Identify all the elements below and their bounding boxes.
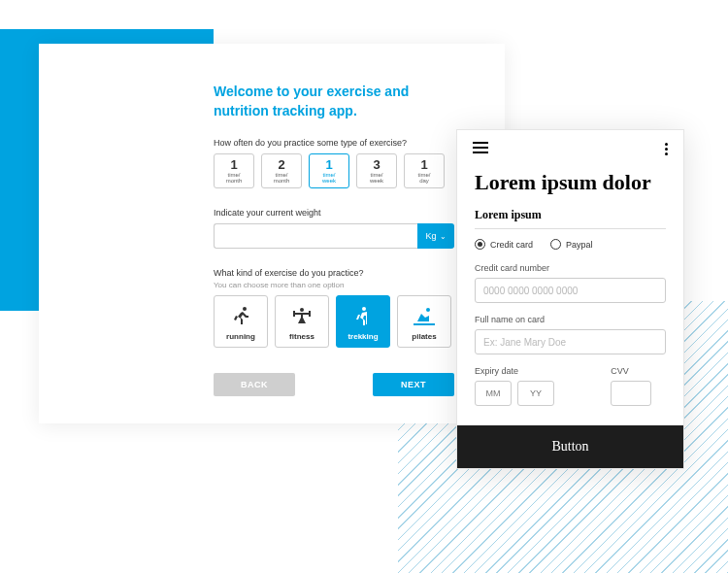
exercise-pilates[interactable]: pilates — [397, 295, 451, 348]
question-exercise-sub: You can choose more than one option — [214, 281, 454, 289]
option-paypal[interactable]: Paypal — [550, 239, 593, 250]
payment-header — [457, 130, 683, 168]
running-icon — [227, 303, 254, 330]
exercise-options: running fitness trekking pilates — [214, 295, 454, 348]
payment-method-options: Credit card Paypal — [475, 239, 666, 250]
svg-rect-4 — [309, 311, 311, 317]
chevron-down-icon: ⌄ — [440, 232, 447, 241]
full-name-input[interactable] — [475, 329, 666, 354]
weight-input[interactable] — [214, 223, 417, 249]
svg-point-7 — [426, 308, 430, 312]
exercise-trekking[interactable]: trekking — [336, 295, 390, 348]
payment-card: Lorem ipsum dolor Lorem ipsum Credit car… — [456, 129, 684, 469]
pilates-icon — [411, 303, 438, 330]
cvv-input[interactable] — [611, 381, 651, 406]
card-title: Welcome to your exercise and nutrition t… — [214, 83, 454, 120]
divider — [475, 228, 666, 229]
freq-option-1-day[interactable]: 1 time/day — [404, 153, 445, 188]
frequency-options: 1 time/month 2 time/month 1 time/week 3 … — [214, 153, 454, 188]
cc-number-label: Credit card number — [475, 263, 666, 273]
question-exercise: What kind of exercise do you practice? — [214, 268, 454, 278]
svg-rect-2 — [294, 313, 310, 315]
onboarding-card: Welcome to your exercise and nutrition t… — [39, 44, 505, 423]
trekking-icon — [349, 303, 377, 330]
exercise-running[interactable]: running — [214, 295, 268, 348]
full-name-label: Full name on card — [475, 315, 666, 324]
radio-icon — [475, 239, 485, 250]
nav-buttons: BACK NEXT — [214, 373, 454, 396]
option-credit-card[interactable]: Credit card — [475, 239, 533, 250]
svg-point-0 — [243, 307, 247, 311]
freq-option-3-week[interactable]: 3 time/week — [356, 153, 397, 188]
freq-option-2-month[interactable]: 2 time/month — [261, 153, 302, 188]
question-weight: Indicate your current weight — [214, 208, 454, 218]
menu-icon[interactable] — [473, 142, 488, 156]
cc-number-input[interactable] — [475, 278, 666, 303]
expiry-year-input[interactable] — [517, 381, 554, 406]
cvv-label: CVV — [611, 366, 666, 376]
payment-subtitle: Lorem ipsum — [475, 208, 666, 222]
submit-button[interactable]: Button — [457, 425, 683, 468]
back-button[interactable]: BACK — [214, 373, 295, 396]
more-icon[interactable] — [665, 143, 668, 155]
svg-point-1 — [300, 308, 304, 312]
exercise-fitness[interactable]: fitness — [275, 295, 329, 348]
unit-select-button[interactable]: Kg ⌄ — [417, 223, 454, 249]
svg-rect-3 — [293, 311, 295, 317]
svg-rect-5 — [301, 315, 303, 323]
freq-option-1-week[interactable]: 1 time/week — [309, 153, 349, 188]
next-button[interactable]: NEXT — [373, 373, 454, 396]
svg-point-6 — [362, 307, 366, 311]
expiry-label: Expiry date — [475, 366, 607, 376]
payment-title: Lorem ipsum dolor — [475, 170, 666, 194]
fitness-icon — [288, 303, 315, 330]
question-frequency: How often do you practice some type of e… — [214, 138, 454, 148]
weight-row: Kg ⌄ — [214, 223, 454, 249]
freq-option-1-month[interactable]: 1 time/month — [214, 153, 254, 188]
radio-icon — [550, 239, 561, 250]
expiry-month-input[interactable] — [475, 381, 512, 406]
